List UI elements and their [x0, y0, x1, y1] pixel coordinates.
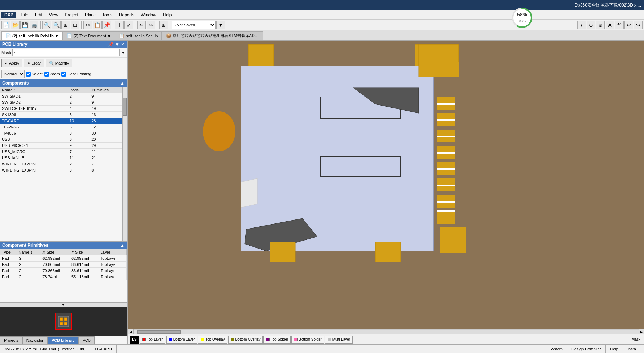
layer-bottom[interactable]: Bottom Layer: [166, 336, 197, 344]
toolbar-grid[interactable]: ⊞: [159, 21, 168, 29]
not-saved-dropdown[interactable]: (Not Saved): [172, 21, 216, 29]
right-tool-5[interactable]: ⁴⁰: [615, 21, 624, 29]
close-btn[interactable]: ✕: [121, 42, 124, 47]
col-pads[interactable]: Pads: [68, 87, 90, 93]
table-row[interactable]: USB_MNI_B 11 21: [0, 155, 127, 161]
layer-top-overlay[interactable]: Top Overlay: [198, 336, 227, 344]
hscroll-left[interactable]: ◀: [128, 329, 134, 334]
menu-project[interactable]: Project: [62, 12, 81, 18]
pin-btn[interactable]: 📌: [108, 42, 114, 47]
status-design-compiler[interactable]: Design Compiler: [567, 345, 606, 353]
prim-row[interactable]: Pad G 70.866mil 86.614mil TopLayer: [0, 268, 127, 274]
hscroll-track[interactable]: [134, 330, 639, 334]
tab-textdoc[interactable]: 📄 (2) Text Document ▼: [63, 31, 115, 40]
toolbar-paste[interactable]: 📌: [102, 21, 111, 29]
layer-top-solder[interactable]: Top Solder: [263, 336, 291, 344]
mask-dropdown-btn[interactable]: ▼: [121, 50, 125, 55]
tab-pcb-library[interactable]: PCB Library: [48, 336, 79, 344]
tab-common-lib[interactable]: 📦 常用芯片表贴芯片表贴电阻电容STM封装库AD库（ATIUM PCB封装库）.…: [162, 31, 263, 40]
tab-projects[interactable]: Projects: [0, 336, 22, 344]
status-system[interactable]: System: [545, 345, 567, 353]
menu-reports[interactable]: Reports: [116, 12, 137, 18]
toolbar-new[interactable]: 📄: [1, 21, 10, 29]
prim-col-layer[interactable]: Layer: [99, 249, 126, 255]
toolbar-save[interactable]: 💾: [20, 21, 29, 29]
tab-pcb[interactable]: PCB: [78, 336, 95, 344]
toolbar-redo[interactable]: ↪: [147, 21, 155, 29]
table-row[interactable]: TF-CARD 13 28: [0, 118, 127, 124]
toolbar-cross[interactable]: ✛: [115, 21, 124, 29]
menu-tools[interactable]: Tools: [99, 12, 115, 18]
mask-input[interactable]: [12, 49, 120, 56]
table-row[interactable]: TP4056 8 30: [0, 130, 127, 136]
prim-row[interactable]: Pad G 78.74mil 55.118mil TopLayer: [0, 274, 127, 280]
toolbar-open[interactable]: 📂: [11, 21, 20, 29]
toolbar-undo[interactable]: ↩: [137, 21, 146, 29]
prim-row[interactable]: Pad G 70.866mil 86.614mil TopLayer: [0, 262, 127, 268]
toolbar-zoom-area[interactable]: ⊡: [71, 21, 79, 29]
tab-schlib[interactable]: 📋 self_schlib.SchLib: [115, 31, 162, 40]
table-row[interactable]: WINDING_1X3PIN 3 8: [0, 167, 127, 173]
prim-col-ysize[interactable]: Y-Size: [70, 249, 99, 255]
tab-navigator[interactable]: Navigator: [22, 336, 48, 344]
comp-vscroll[interactable]: [122, 87, 127, 241]
table-row[interactable]: TO-263-5 6 12: [0, 124, 127, 130]
toolbar-copy[interactable]: 📋: [93, 21, 102, 29]
comp-vscroll-thumb[interactable]: [123, 98, 127, 116]
clear-existing-checkbox-label[interactable]: Clear Existing: [61, 72, 91, 77]
status-help[interactable]: Help: [606, 345, 623, 353]
hscroll-thumb[interactable]: [137, 330, 181, 334]
toolbar-zoom-fit[interactable]: ⊞: [61, 21, 70, 29]
table-row[interactable]: USB 6 20: [0, 136, 127, 143]
right-tool-2[interactable]: ⊙: [587, 21, 595, 29]
tab-pcblib[interactable]: 📄 (2) self_pcblib.PcbLib ▼: [1, 31, 63, 40]
toolbar-print[interactable]: 🖨️: [30, 21, 38, 29]
select-checkbox[interactable]: [26, 72, 31, 77]
menu-file[interactable]: File: [19, 12, 31, 18]
table-row[interactable]: SX1308 6 16: [0, 112, 127, 118]
zoom-checkbox-label[interactable]: Zoom: [44, 72, 60, 77]
right-tool-redo2[interactable]: ↪: [634, 21, 643, 29]
prim-col-type[interactable]: Type: [0, 249, 17, 255]
canvas-area[interactable]: ◀ ▶ LS Top Layer Bottom Layer Top Overla…: [128, 41, 644, 344]
dxp-logo[interactable]: DXP: [1, 12, 16, 18]
layer-bottom-solder[interactable]: Bottom Solder: [291, 336, 324, 344]
layer-top[interactable]: Top Layer: [140, 336, 165, 344]
menu-place[interactable]: Place: [82, 12, 99, 18]
table-row[interactable]: SWITCH-DIP-6*6*7 4 19: [0, 106, 127, 112]
status-install[interactable]: Insta...: [623, 345, 644, 353]
layer-bottom-overlay[interactable]: Bottom Overlay: [228, 336, 263, 344]
menu-help[interactable]: Help: [160, 12, 175, 18]
magnify-btn[interactable]: 🔍 Magnify: [46, 59, 73, 67]
prim-col-xsize[interactable]: X-Size: [41, 249, 70, 255]
prim-row[interactable]: Pad G 62.992mil 62.992mil TopLayer: [0, 255, 127, 262]
menu-window[interactable]: Window: [138, 12, 159, 18]
comp-scroll-up[interactable]: ▲: [120, 81, 124, 86]
ls-box[interactable]: LS: [130, 336, 139, 344]
h-scrollbar[interactable]: ◀ ▶: [128, 329, 644, 334]
clear-btn[interactable]: ✗ Clear: [24, 59, 44, 67]
right-tool-1[interactable]: /: [577, 21, 586, 29]
dropdown-arrow[interactable]: ▼: [216, 21, 225, 29]
table-row[interactable]: USB-MICRO-1 9 29: [0, 143, 127, 149]
toolbar-cut[interactable]: ✂: [83, 21, 92, 29]
right-tool-undo2[interactable]: ↩: [624, 21, 633, 29]
clear-existing-checkbox[interactable]: [61, 72, 66, 77]
table-row[interactable]: SW-SMD2 2 9: [0, 99, 127, 106]
prim-scroll-down[interactable]: ▼: [0, 302, 127, 307]
prim-scroll-up[interactable]: ▲: [120, 243, 124, 248]
table-row[interactable]: WINDING_1X2PIN 2 7: [0, 161, 127, 167]
hscroll-right[interactable]: ▶: [639, 329, 644, 334]
zoom-checkbox[interactable]: [44, 72, 49, 77]
toolbar-zoom-out[interactable]: 🔍: [52, 21, 61, 29]
menu-edit[interactable]: Edit: [32, 12, 45, 18]
right-tool-4[interactable]: A: [606, 21, 614, 29]
pcb-lib-icon[interactable]: [55, 313, 72, 330]
toolbar-zoom-in[interactable]: 🔍: [42, 21, 51, 29]
col-primitives[interactable]: Primitives: [90, 87, 127, 93]
table-row[interactable]: USB_MICRO 7 11: [0, 149, 127, 155]
right-tool-3[interactable]: ⊛: [596, 21, 605, 29]
toolbar-move[interactable]: ⤢: [124, 21, 133, 29]
filter-select[interactable]: Normal: [1, 70, 25, 78]
select-checkbox-label[interactable]: Select: [26, 72, 43, 77]
